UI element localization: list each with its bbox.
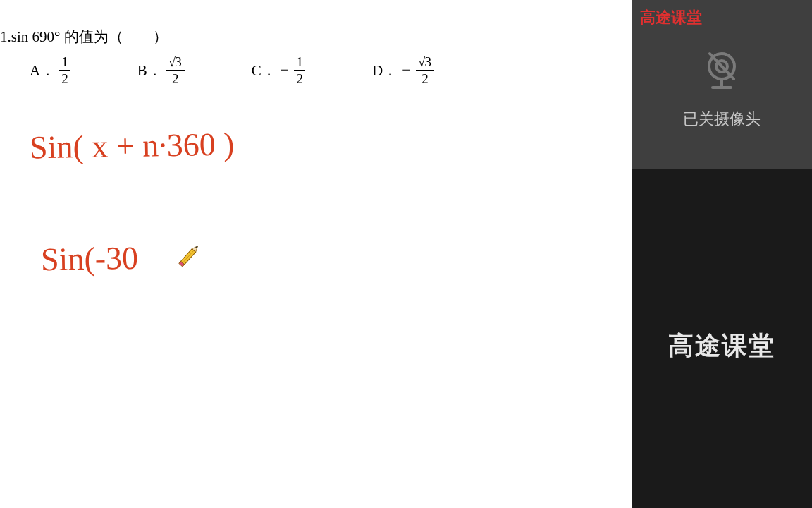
option-D-fraction: 3 2 [416, 55, 434, 85]
option-C[interactable]: C． − 1 2 [252, 55, 305, 85]
camera-box: 高途课堂 已关摄像头 [632, 0, 812, 169]
pencil-cursor-icon [169, 236, 209, 275]
option-A-label: A． [30, 61, 55, 80]
svg-line-4 [183, 250, 194, 263]
whiteboard-area[interactable]: 1.sin 690° 的值为（ ） A． 1 2 B． 3 2 C． − 1 2 [0, 0, 632, 508]
option-B[interactable]: B． 3 2 [137, 55, 185, 85]
options-row: A． 1 2 B． 3 2 C． − 1 2 D． − 3 [30, 55, 434, 85]
camera-off-icon [697, 47, 746, 96]
question-suffix: 的值为（ ） [60, 28, 167, 45]
question-expression: sin 690° [11, 28, 61, 45]
option-B-label: B． [137, 61, 162, 80]
question-text: 1.sin 690° 的值为（ ） [0, 27, 168, 47]
option-B-fraction: 3 2 [166, 55, 185, 85]
option-A-fraction: 1 2 [59, 55, 70, 85]
brand-watermark-top: 高途课堂 [640, 7, 702, 28]
side-lower-area: 高途课堂 [632, 169, 812, 508]
handwriting-line-1: Sin( x + n·360 ) [30, 125, 235, 166]
option-D-label: D． [372, 61, 398, 80]
camera-status-text: 已关摄像头 [683, 109, 761, 130]
option-D[interactable]: D． − 3 2 [372, 55, 434, 85]
brand-watermark-mid: 高途课堂 [632, 329, 812, 363]
question-number: 1. [0, 28, 11, 45]
option-A[interactable]: A． 1 2 [30, 55, 70, 85]
option-C-label: C． [252, 61, 276, 80]
side-panel: 高途课堂 已关摄像头 高途课堂 [632, 0, 812, 508]
option-C-fraction: 1 2 [294, 55, 305, 85]
handwriting-line-2: Sin(-30 [41, 239, 139, 278]
